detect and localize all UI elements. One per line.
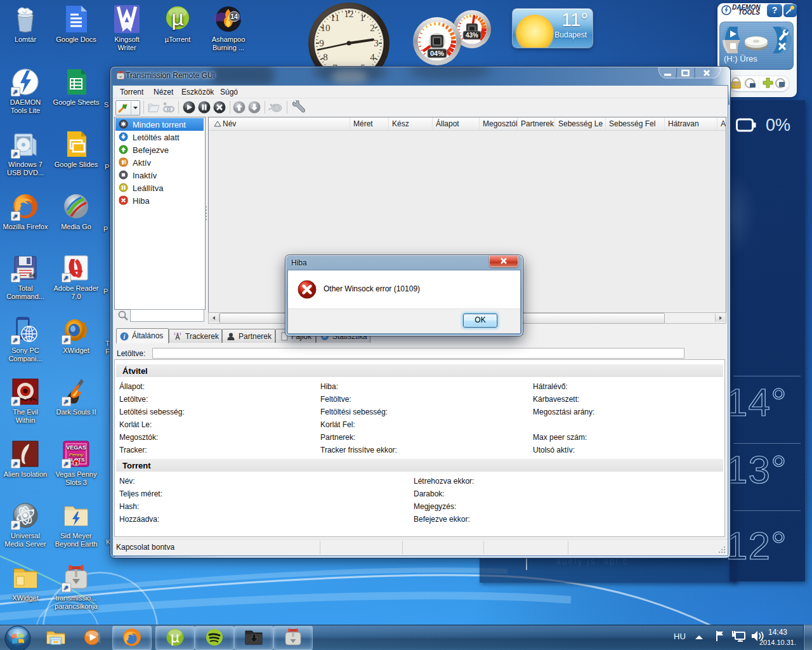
svg-text:VEGAS: VEGAS (66, 444, 86, 451)
svg-text:✱: ✱ (121, 121, 126, 128)
svg-text:µ: µ (171, 628, 180, 646)
svg-text:8: 8 (323, 52, 328, 62)
svg-text:12: 12 (344, 9, 354, 19)
svg-text:11: 11 (331, 13, 339, 23)
svg-text:1: 1 (360, 13, 365, 23)
svg-text:43%: 43% (466, 32, 478, 39)
svg-text:64: 64 (29, 272, 35, 278)
svg-text:3: 3 (374, 38, 379, 48)
svg-text:µ: µ (171, 6, 184, 30)
svg-text:i: i (124, 333, 126, 340)
svg-text:4: 4 (370, 52, 375, 62)
svg-text:3: 3 (75, 461, 78, 467)
svg-text:2: 2 (370, 23, 375, 33)
svg-text:9: 9 (319, 38, 324, 48)
svg-text:04%: 04% (430, 50, 444, 57)
svg-text:10: 10 (321, 23, 331, 33)
svg-text:14: 14 (230, 13, 238, 20)
